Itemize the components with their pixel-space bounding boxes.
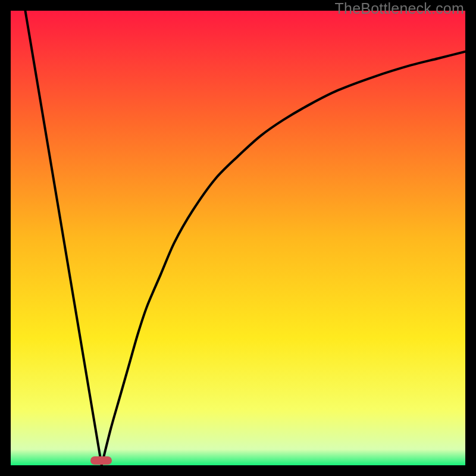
gradient-background [11, 11, 465, 465]
optimal-marker [90, 456, 112, 465]
bottleneck-chart [11, 11, 465, 465]
watermark-text: TheBottleneck.com [335, 0, 464, 17]
chart-frame [11, 11, 465, 465]
